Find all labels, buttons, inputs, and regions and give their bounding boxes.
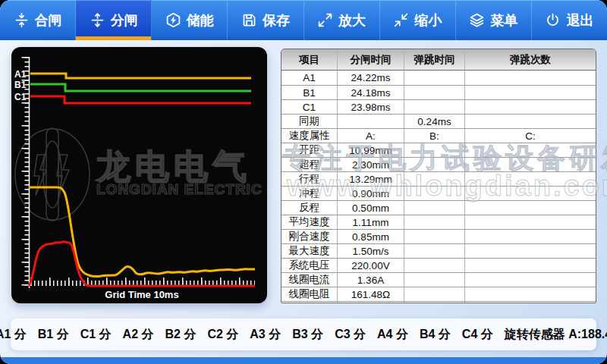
channel-status-item: A2 分	[123, 327, 154, 343]
table-cell: 线圈电流	[281, 273, 338, 287]
table-cell: 2024-04-08 15:55:22	[465, 302, 596, 303]
power-icon	[545, 12, 561, 28]
table-cell	[404, 86, 465, 99]
trace-label-c1: C1	[14, 92, 27, 102]
table-header-cell: 项目	[281, 49, 338, 71]
tab-label: 放大	[338, 11, 366, 30]
table-cell: 2.30mm	[338, 158, 404, 171]
tab-close[interactable]: 合闸	[0, 0, 76, 40]
table-cell: 23.98ms	[338, 100, 404, 114]
table-cell: 测试人员	[281, 302, 338, 303]
table-row: 冲程0.90mm	[281, 186, 596, 200]
table-cell: B:	[404, 129, 465, 143]
table-header-cell: 弹跳次数	[465, 49, 596, 71]
table-cell: 冲程	[281, 187, 338, 200]
table-cell	[404, 201, 465, 215]
energy-icon	[165, 12, 181, 28]
table-row: A124.22ms	[281, 71, 596, 85]
open-breaker-icon	[90, 12, 105, 28]
table-row: 线圈电流1.36A	[281, 272, 596, 287]
table-cell	[465, 273, 596, 287]
trace-travel-curve	[29, 187, 255, 277]
trace-label-b1: B1	[14, 80, 27, 90]
table-cell: 测试时间	[404, 302, 465, 303]
top-tab-bar: 合闸 分闸 储能 保存 放大 缩小 菜单 退出	[0, 0, 607, 40]
table-cell: 0.50mm	[338, 201, 404, 215]
zoom-in-icon	[317, 12, 333, 28]
grid-time-label: Grid Time 10ms	[105, 289, 178, 300]
table-row: C123.98ms	[281, 99, 596, 114]
channel-status-item: A1 分	[0, 327, 27, 343]
table-cell: 220.00V	[338, 259, 404, 272]
tab-exit[interactable]: 退出	[532, 0, 607, 40]
waveform-panel: A1 B1 C1 Grid Time 10ms 龙电电气 LONGDIAN EL…	[11, 47, 267, 303]
table-cell	[465, 143, 596, 157]
table-cell: 最大速度	[281, 244, 338, 258]
table-cell: 代工	[338, 302, 404, 303]
table-cell: 0.85mm	[338, 230, 404, 243]
table-cell	[465, 187, 596, 200]
table-cell	[465, 287, 596, 301]
table-header-cell: 分闸时间	[338, 49, 404, 71]
table-cell	[404, 172, 465, 186]
table-cell: 反程	[281, 201, 338, 215]
tab-save[interactable]: 保存	[228, 0, 304, 40]
tab-menu[interactable]: 菜单	[456, 0, 532, 40]
save-icon	[241, 12, 257, 28]
table-cell: 24.22ms	[338, 71, 404, 85]
channel-status-item: B1 分	[38, 327, 69, 343]
channel-status-item: C2 分	[207, 327, 238, 343]
trace-b1-contact	[30, 84, 251, 91]
table-cell: 速度属性	[281, 129, 338, 143]
tab-zoom-in[interactable]: 放大	[304, 0, 380, 40]
table-cell: 超程	[281, 158, 338, 171]
table-cell: C1	[281, 100, 338, 114]
table-body: A124.22msB124.18msC123.98ms同期0.24ms速度属性A…	[281, 71, 596, 303]
table-cell: 同期	[281, 115, 338, 128]
table-row: 平均速度1.11mm	[281, 215, 596, 229]
table-cell	[404, 244, 465, 258]
table-cell	[465, 244, 596, 258]
tab-label: 菜单	[490, 11, 517, 30]
table-cell: 1.50m/s	[338, 244, 404, 258]
channel-status-item: C1 分	[80, 327, 112, 343]
results-table: 项目分闸时间弹跳时间弹跳次数 A124.22msB124.18msC123.98…	[281, 49, 596, 303]
tab-label: 退出	[566, 11, 593, 30]
channel-status-item: B3 分	[292, 327, 323, 343]
table-cell: 0.90mm	[338, 187, 404, 200]
channel-status-item: A3 分	[250, 327, 281, 343]
table-cell: 行程	[281, 172, 338, 186]
table-cell: 开距	[281, 143, 338, 157]
table-cell: B1	[281, 86, 338, 99]
table-cell	[465, 201, 596, 215]
table-row: 测试人员代工测试时间2024-04-08 15:55:22	[281, 301, 596, 303]
trace-a1-contact	[30, 74, 251, 78]
tab-label: 保存	[263, 11, 290, 30]
tab-open[interactable]: 分闸	[76, 0, 152, 40]
table-cell: 刚合速度	[281, 230, 338, 243]
table-cell: 13.29mm	[338, 172, 404, 186]
close-breaker-icon	[14, 12, 30, 28]
trace-label-a1: A1	[14, 69, 27, 80]
trace-c1-contact	[30, 96, 251, 103]
channel-status-item: C3 分	[335, 327, 366, 343]
table-cell	[404, 259, 465, 272]
table-cell: 1.36A	[338, 273, 404, 287]
table-header-row: 项目分闸时间弹跳时间弹跳次数	[281, 49, 596, 71]
tab-energy-storage[interactable]: 储能	[152, 0, 228, 40]
longdian-logo-icon	[15, 128, 90, 221]
table-cell	[404, 230, 465, 243]
channel-status-bar: A1 分B1 分C1 分A2 分B2 分C2 分A3 分B3 分C3 分A4 分…	[11, 318, 596, 350]
table-row: 最大速度1.50m/s	[281, 243, 596, 258]
table-cell: 24.18ms	[338, 86, 404, 99]
table-cell	[404, 71, 465, 85]
table-cell	[465, 259, 596, 272]
zoom-out-icon	[393, 12, 409, 28]
table-cell	[465, 158, 596, 171]
table-cell: 10.99mm	[338, 143, 404, 157]
channel-status-item: B2 分	[165, 327, 197, 343]
tab-zoom-out[interactable]: 缩小	[380, 0, 456, 40]
table-cell	[465, 230, 596, 243]
device-screen: 合闸 分闸 储能 保存 放大 缩小 菜单 退出	[0, 0, 607, 364]
tab-label: 合闸	[35, 11, 62, 30]
